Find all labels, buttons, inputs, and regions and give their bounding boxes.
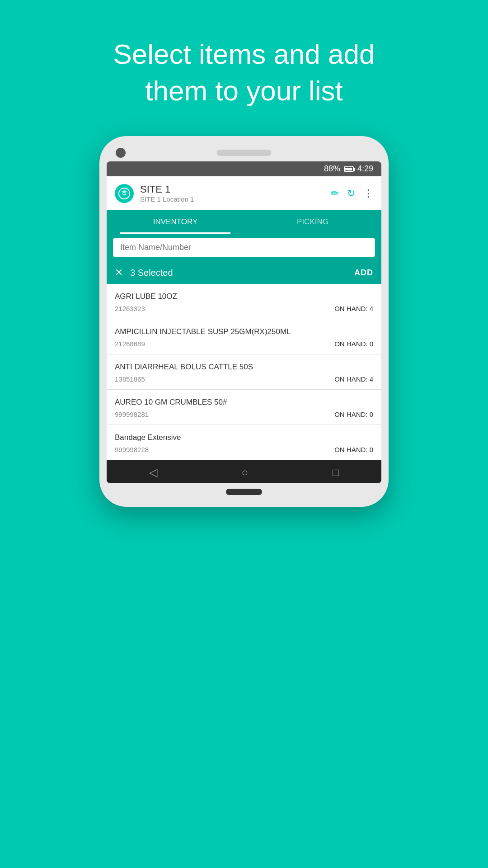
time-display: 4:29 bbox=[357, 164, 373, 174]
item-name: AMPICILLIN INJECTABLE SUSP 25GM(RX)250ML bbox=[115, 327, 373, 336]
site-name: SITE 1 bbox=[140, 184, 324, 195]
item-sku: 999998228 bbox=[115, 446, 149, 453]
more-options-icon[interactable]: ⋮ bbox=[363, 188, 373, 199]
item-name: ANTI DIARRHEAL BOLUS CATTLE 50S bbox=[115, 363, 373, 372]
hero-line1: Select items and add bbox=[113, 38, 375, 70]
item-on-hand: ON HAND: 0 bbox=[334, 340, 373, 348]
list-item[interactable]: AUREO 10 GM CRUMBLES 50# 999998281 ON HA… bbox=[107, 390, 381, 425]
list-item[interactable]: Bandage Extensive 999998228 ON HAND: 0 bbox=[107, 425, 381, 460]
nav-bar: ◁ ○ □ bbox=[107, 460, 381, 483]
item-details: 21268689 ON HAND: 0 bbox=[115, 340, 373, 348]
phone-top-bar bbox=[107, 150, 381, 156]
refresh-icon[interactable]: ↻ bbox=[347, 188, 355, 199]
phone-home-indicator bbox=[226, 489, 262, 495]
selected-count: 3 Selected bbox=[130, 268, 347, 278]
list-item[interactable]: ANTI DIARRHEAL BOLUS CATTLE 50S 13851865… bbox=[107, 354, 381, 390]
item-sku: 21263323 bbox=[115, 305, 145, 312]
app-logo bbox=[115, 184, 134, 203]
item-details: 21263323 ON HAND: 4 bbox=[115, 305, 373, 312]
back-nav-icon[interactable]: ◁ bbox=[149, 466, 157, 479]
edit-icon[interactable]: ✏ bbox=[331, 188, 339, 199]
search-input-wrapper bbox=[113, 238, 375, 257]
add-button[interactable]: ADD bbox=[354, 268, 373, 278]
item-sku: 21268689 bbox=[115, 340, 145, 348]
status-bar: 88% 4:29 bbox=[107, 161, 381, 176]
list-item[interactable]: AGRI LUBE 10OZ 21263323 ON HAND: 4 bbox=[107, 284, 381, 319]
home-nav-icon[interactable]: ○ bbox=[242, 466, 249, 479]
battery-percentage: 88% bbox=[324, 164, 340, 174]
item-details: 13851865 ON HAND: 4 bbox=[115, 375, 373, 383]
selection-bar: ✕ 3 Selected ADD bbox=[107, 261, 381, 284]
header-icons: ✏ ↻ ⋮ bbox=[331, 188, 373, 199]
phone-speaker bbox=[217, 150, 271, 156]
svg-point-0 bbox=[119, 188, 130, 199]
item-details: 999998228 ON HAND: 0 bbox=[115, 446, 373, 453]
tab-picking[interactable]: PICKING bbox=[244, 210, 381, 234]
item-details: 999998281 ON HAND: 0 bbox=[115, 410, 373, 418]
item-name: AUREO 10 GM CRUMBLES 50# bbox=[115, 398, 373, 407]
item-on-hand: ON HAND: 0 bbox=[334, 410, 373, 418]
item-list: AGRI LUBE 10OZ 21263323 ON HAND: 4 AMPIC… bbox=[107, 284, 381, 460]
item-on-hand: ON HAND: 4 bbox=[334, 375, 373, 383]
item-name: AGRI LUBE 10OZ bbox=[115, 292, 373, 301]
tab-inventory[interactable]: INVENTORY bbox=[107, 210, 244, 234]
hero-line2: them to your list bbox=[145, 75, 343, 106]
tab-bar: INVENTORY PICKING bbox=[107, 210, 381, 234]
phone-screen: 88% 4:29 SITE 1 SITE 1 Location 1 ✏ bbox=[107, 161, 381, 483]
recents-nav-icon[interactable]: □ bbox=[333, 466, 339, 479]
close-selection-button[interactable]: ✕ bbox=[115, 267, 123, 278]
list-item[interactable]: AMPICILLIN INJECTABLE SUSP 25GM(RX)250ML… bbox=[107, 319, 381, 354]
phone-mockup: 88% 4:29 SITE 1 SITE 1 Location 1 ✏ bbox=[99, 136, 389, 507]
item-sku: 999998281 bbox=[115, 410, 149, 418]
hero-text: Select items and add them to your list bbox=[77, 36, 411, 109]
site-location: SITE 1 Location 1 bbox=[140, 195, 324, 203]
item-on-hand: ON HAND: 4 bbox=[334, 305, 373, 312]
battery-icon bbox=[344, 166, 354, 172]
search-input[interactable] bbox=[120, 243, 368, 252]
item-sku: 13851865 bbox=[115, 375, 145, 383]
phone-bottom bbox=[107, 489, 381, 498]
phone-camera bbox=[116, 148, 126, 158]
search-bar bbox=[107, 234, 381, 261]
item-on-hand: ON HAND: 0 bbox=[334, 446, 373, 453]
item-name: Bandage Extensive bbox=[115, 433, 373, 442]
app-header-title: SITE 1 SITE 1 Location 1 bbox=[140, 184, 324, 203]
app-header: SITE 1 SITE 1 Location 1 ✏ ↻ ⋮ bbox=[107, 176, 381, 210]
